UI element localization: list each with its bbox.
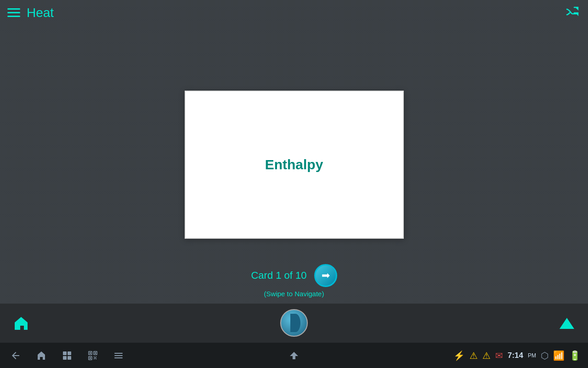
card-counter-text: Card 1 of 10 (251, 270, 306, 282)
scroll-up-button[interactable] (557, 313, 577, 334)
system-home-button[interactable] (33, 347, 50, 364)
gmail-icon: ✉ (495, 350, 503, 361)
svg-rect-13 (94, 358, 95, 359)
hamburger-sys-button[interactable] (110, 347, 127, 364)
svg-rect-11 (94, 356, 95, 357)
nav-area: Card 1 of 10 ➡ (Swipe to Navigate) (0, 258, 588, 304)
back-button[interactable] (7, 347, 24, 364)
svg-rect-17 (114, 355, 123, 356)
svg-rect-4 (68, 356, 71, 360)
logo-button[interactable] (280, 309, 308, 337)
battery-icon: 🔋 (569, 350, 581, 361)
logo-icon (280, 309, 308, 337)
next-arrow-icon: ➡ (322, 270, 330, 282)
svg-rect-3 (63, 356, 67, 360)
top-left: Heat (7, 6, 54, 20)
sys-center (286, 347, 302, 364)
usb-icon: ⚡ (453, 350, 465, 361)
svg-rect-1 (63, 351, 67, 355)
qr-button[interactable] (85, 347, 101, 364)
overview-button[interactable] (59, 347, 75, 364)
home-button[interactable] (11, 313, 31, 334)
card-counter-row: Card 1 of 10 ➡ (251, 264, 337, 287)
svg-rect-12 (96, 356, 96, 357)
system-time: 7:14 (508, 351, 523, 360)
sys-right: ⚡ ⚠ ⚠ ✉ 7:14 PM ⬡ 📶 🔋 (453, 350, 581, 361)
swipe-hint: (Swipe to Navigate) (264, 290, 324, 298)
svg-rect-14 (96, 358, 96, 359)
svg-rect-6 (90, 352, 91, 354)
bluetooth-icon: ⬡ (541, 350, 548, 361)
sys-left (7, 347, 127, 364)
up-button[interactable] (286, 347, 302, 364)
svg-rect-16 (114, 353, 123, 354)
warning-icon: ⚠ (469, 350, 478, 361)
alert-icon: ⚠ (482, 350, 491, 361)
shuffle-button[interactable] (564, 4, 581, 22)
svg-rect-18 (114, 357, 123, 358)
svg-rect-15 (95, 357, 96, 358)
top-bar: Heat (0, 0, 588, 25)
card-text: Enthalpy (265, 157, 323, 172)
system-bar: ⚡ ⚠ ⚠ ✉ 7:14 PM ⬡ 📶 🔋 (0, 343, 588, 368)
svg-rect-10 (90, 357, 91, 359)
system-ampm: PM (528, 352, 536, 359)
svg-marker-0 (560, 318, 574, 329)
wifi-icon: 📶 (553, 350, 565, 361)
menu-button[interactable] (7, 8, 20, 17)
svg-rect-2 (68, 351, 71, 355)
next-button[interactable]: ➡ (314, 264, 337, 287)
flashcard[interactable]: Enthalpy (185, 91, 404, 239)
svg-rect-8 (95, 352, 96, 354)
app-title: Heat (27, 6, 54, 20)
